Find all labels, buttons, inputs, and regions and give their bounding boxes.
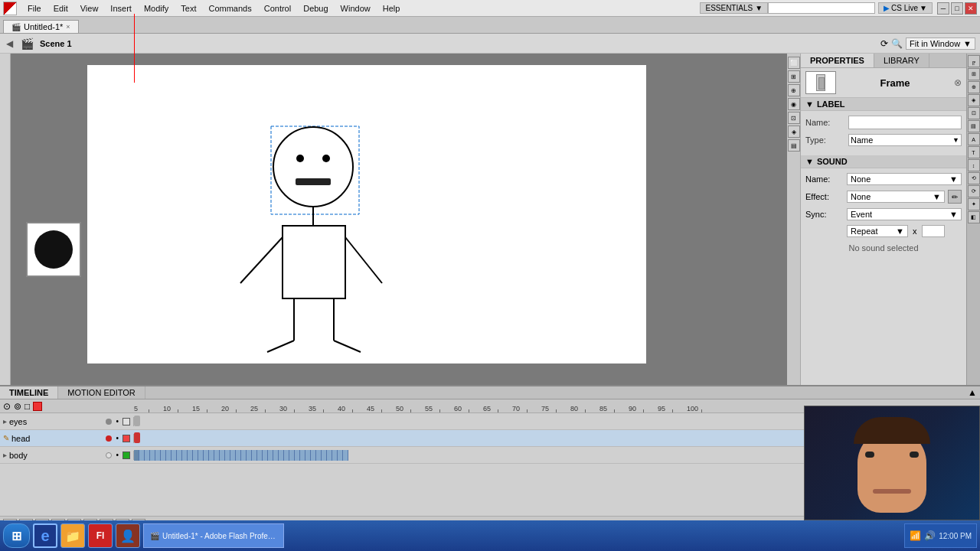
taskbar-flash-icon[interactable]: Fl <box>88 523 113 548</box>
tab-library[interactable]: LIBRARY <box>874 54 929 67</box>
menu-edit[interactable]: Edit <box>47 2 74 15</box>
menu-debug[interactable]: Debug <box>297 2 334 15</box>
menu-modify[interactable]: Modify <box>138 2 175 15</box>
taskbar-ie-icon[interactable]: e <box>33 523 57 548</box>
sound-repeat-row: Repeat ▼ x 1 <box>805 225 962 237</box>
fit-dropdown[interactable]: Fit in Window ▼ <box>906 37 975 50</box>
menu-insert[interactable]: Insert <box>104 2 138 15</box>
cs-live-button[interactable]: ▶ CS Live ▼ <box>878 2 933 14</box>
ruler-mark-75: 75 <box>541 405 570 412</box>
rtool-timeline[interactable]: ▤ <box>788 139 800 152</box>
menu-control[interactable]: Control <box>258 2 297 15</box>
rtool-select[interactable]: ⬜ <box>788 57 800 69</box>
frtool-10[interactable]: ⟲ <box>968 172 980 184</box>
collapse-icon: ▼ <box>805 99 814 109</box>
scene-back-button[interactable]: ◀ <box>5 37 15 51</box>
menu-text[interactable]: Text <box>175 2 202 15</box>
body-frame-5 <box>155 450 161 461</box>
ruler-mark-70: 70 <box>512 405 541 412</box>
body-frame-1 <box>134 450 139 461</box>
layer-head-visibility-dot[interactable] <box>106 435 112 442</box>
timeline-collapse-button[interactable]: ▲ <box>968 387 977 398</box>
body-frame-40 <box>343 450 348 461</box>
frtool-11[interactable]: ⟳ <box>968 185 980 197</box>
minimize-button[interactable]: ─ <box>937 2 949 15</box>
body-frame-26 <box>268 450 273 461</box>
frame-preview-inner <box>816 74 825 91</box>
rtool-grid[interactable]: ⊞ <box>788 70 800 83</box>
rtool-transform[interactable]: ⊡ <box>788 112 800 124</box>
tab-timeline[interactable]: TIMELINE <box>0 386 58 399</box>
menu-window[interactable]: Window <box>335 2 377 15</box>
tray-network-icon[interactable]: 📶 <box>910 530 921 541</box>
menu-file[interactable]: File <box>21 2 47 15</box>
body-frame-19 <box>230 450 236 461</box>
close-button[interactable]: ✕ <box>965 2 977 15</box>
webcam-right-eye <box>910 452 919 458</box>
frtool-13[interactable]: ◧ <box>968 211 980 223</box>
ruler-mark-90: 90 <box>629 405 658 412</box>
layer-eyes-outline-box[interactable] <box>122 418 130 425</box>
label-section-header[interactable]: ▼ LABEL <box>801 98 966 111</box>
start-button[interactable]: ⊞ <box>3 523 30 548</box>
body-frame-17 <box>220 450 225 461</box>
tab-properties[interactable]: PROPERTIES <box>801 54 874 67</box>
tab-motion-editor[interactable]: MOTION EDITOR <box>58 386 145 399</box>
frtool-7[interactable]: A <box>968 133 980 145</box>
frtool-2[interactable]: ⊞ <box>968 68 980 80</box>
layer-body-lock-icon[interactable]: • <box>114 451 120 459</box>
tray-volume-icon[interactable]: 🔊 <box>924 530 936 541</box>
frtool-4[interactable]: ◈ <box>968 94 980 106</box>
onion-skin-button[interactable]: ⊙ <box>3 401 11 412</box>
layer-body-outline-box[interactable] <box>122 452 130 459</box>
layer-eyes-type-icon: ▸ <box>3 417 7 425</box>
webcam-overlay <box>804 406 980 520</box>
taskbar-person-icon[interactable]: 👤 <box>116 523 140 548</box>
menu-view[interactable]: View <box>74 2 105 15</box>
onion-outline-button[interactable]: ⊚ <box>14 401 21 412</box>
layer-head-outline-box[interactable] <box>122 435 130 442</box>
document-tab[interactable]: 🎬 Untitled-1* × <box>3 20 79 33</box>
tab-close-button[interactable]: × <box>66 23 70 31</box>
menu-commands[interactable]: Commands <box>202 2 257 15</box>
frtool-6[interactable]: ▤ <box>968 120 980 132</box>
rtool-eye[interactable]: ◉ <box>788 98 800 110</box>
body-frame-29 <box>284 450 289 461</box>
sound-effect-dropdown[interactable]: None ▼ <box>847 191 945 203</box>
layer-body-visibility-dot[interactable] <box>106 452 112 458</box>
maximize-button[interactable]: □ <box>951 2 963 15</box>
layer-head-lock-icon[interactable]: • <box>114 434 120 442</box>
label-name-input[interactable] <box>848 116 962 129</box>
frtool-1[interactable]: ╔ <box>968 55 980 67</box>
frtool-12[interactable]: ✦ <box>968 198 980 210</box>
layer-head-name: head <box>11 434 103 443</box>
layer-eyes-visibility-dot[interactable] <box>106 419 112 425</box>
sound-edit-button[interactable]: ✏ <box>948 190 962 204</box>
frtool-9[interactable]: ↕ <box>968 159 980 171</box>
frtool-3[interactable]: ⊕ <box>968 81 980 93</box>
taskbar-explorer-icon[interactable]: 📁 <box>60 523 85 548</box>
layer-eyes-lock-icon[interactable]: • <box>114 417 120 425</box>
frtool-5[interactable]: ⊡ <box>968 107 980 119</box>
repeat-count-input[interactable]: 1 <box>922 225 945 237</box>
sound-sync-label: Sync: <box>805 210 844 219</box>
ruler-mark-65: 65 <box>483 405 512 412</box>
frtool-8[interactable]: T <box>968 146 980 158</box>
label-type-dropdown[interactable]: Name ▼ <box>848 134 962 146</box>
svg-line-11 <box>267 341 294 352</box>
tray-clock[interactable]: 12:00 PM <box>939 532 972 540</box>
menu-help[interactable]: Help <box>377 2 407 15</box>
search-input[interactable] <box>768 2 875 14</box>
sound-repeat-dropdown[interactable]: Repeat ▼ <box>847 225 908 237</box>
edit-multiple-frames-button[interactable]: □ <box>24 401 30 412</box>
person-icon: 👤 <box>120 529 136 543</box>
canvas-area[interactable] <box>11 54 787 385</box>
sound-section-header[interactable]: ▼ SOUND <box>801 155 966 168</box>
rtool-align[interactable]: ⊕ <box>788 84 800 96</box>
sound-sync-dropdown[interactable]: Event ▼ <box>847 208 962 220</box>
panel-collapse-icon[interactable]: ⊗ <box>954 77 962 88</box>
rtool-3d[interactable]: ◈ <box>788 126 800 138</box>
taskbar-active-window[interactable]: 🎬 Untitled-1* - Adobe Flash Professional <box>143 523 284 548</box>
sound-name-dropdown[interactable]: None ▼ <box>847 173 962 185</box>
essentials-button[interactable]: ESSENTIALS ▼ <box>700 2 768 14</box>
